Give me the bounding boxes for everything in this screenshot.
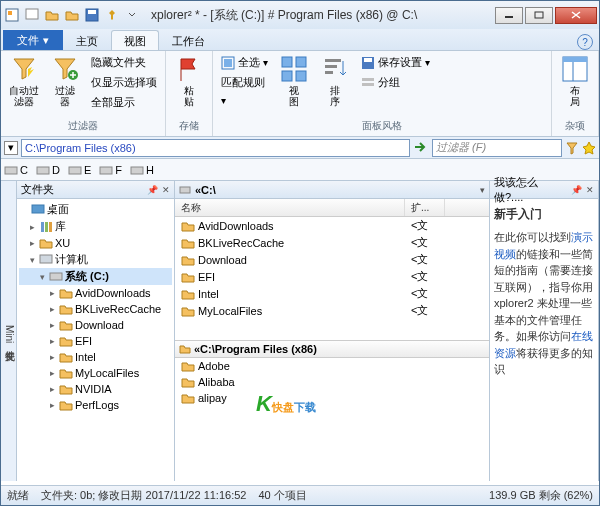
ribbon-group-clipboard: 粘 贴 存储 [166, 51, 213, 136]
drive-icon [99, 164, 113, 176]
list-row[interactable]: Adobe [175, 358, 489, 374]
tree-folder[interactable]: ▸BKLiveRecCache [19, 301, 172, 317]
list-row[interactable]: alipay [175, 390, 489, 406]
svg-rect-30 [41, 222, 44, 232]
folder-tree-pane: 文件夹 📌 ✕ 桌面 ▸库 ▸XU ▾计算机 ▾系统 (C:) ▸AvidDow… [17, 181, 175, 481]
pin-icon[interactable]: 📌 [147, 185, 158, 195]
list-row[interactable]: BKLiveRecCache<文 [175, 234, 489, 251]
top-list-rows[interactable]: AvidDownloads<文BKLiveRecCache<文Download<… [175, 217, 489, 340]
tree-desktop[interactable]: 桌面 [19, 201, 172, 218]
tree-folder[interactable]: ▸AvidDownloads [19, 285, 172, 301]
folder-icon [181, 359, 195, 373]
drive-h[interactable]: H [130, 164, 154, 176]
minimize-button[interactable] [495, 7, 523, 24]
svg-rect-11 [296, 57, 306, 67]
list-row[interactable]: Intel<文 [175, 285, 489, 302]
svg-rect-18 [364, 58, 372, 62]
filter-input[interactable]: 过滤器 (F) [432, 139, 562, 157]
qat-folder-icon[interactable] [63, 6, 81, 24]
tree-libraries[interactable]: ▸库 [19, 218, 172, 235]
options-icon[interactable]: ▾ [480, 185, 485, 195]
svg-rect-33 [40, 255, 52, 263]
svg-rect-27 [100, 167, 112, 174]
layout-button[interactable]: 布 局 [556, 53, 594, 109]
drive-icon [68, 164, 82, 176]
save-icon [361, 56, 375, 70]
list-row[interactable]: AvidDownloads<文 [175, 217, 489, 234]
folder-icon [59, 334, 73, 348]
qat-new-icon[interactable] [23, 6, 41, 24]
svg-rect-12 [282, 71, 292, 81]
drive-c[interactable]: C [4, 164, 28, 176]
ribbon-tabs: 文件 ▾ 主页 视图 工作台 ? [1, 29, 599, 51]
help-header: 我该怎么做?.... 📌 ✕ [490, 181, 598, 199]
tree-folder[interactable]: ▸PerfLogs [19, 397, 172, 413]
tab-file[interactable]: 文件 ▾ [3, 30, 63, 50]
filter-button[interactable]: 过滤 器 [46, 53, 84, 109]
tree-drive-c[interactable]: ▾系统 (C:) [19, 268, 172, 285]
qat-pin-icon[interactable] [103, 6, 121, 24]
maximize-button[interactable] [525, 7, 553, 24]
grid-icon [280, 55, 308, 83]
tab-workbench[interactable]: 工作台 [159, 30, 218, 50]
help-icon[interactable]: ? [577, 34, 593, 50]
app-icon[interactable] [3, 6, 21, 24]
tree-folder[interactable]: ▸NVIDIA [19, 381, 172, 397]
list-row[interactable]: MyLocalFiles<文 [175, 302, 489, 319]
show-all-button[interactable]: 全部显示 [87, 93, 161, 112]
mini-sidebar-tab[interactable]: Mini视文件夹 [1, 181, 17, 481]
ribbon-group-filters: 自动过 滤器 过滤 器 隐藏文件夹 仅显示选择项 全部显示 过滤器 [1, 51, 166, 136]
tree-folder[interactable]: ▸EFI [19, 333, 172, 349]
folder-icon [59, 382, 73, 396]
list-row[interactable]: Download<文 [175, 251, 489, 268]
close-pane-icon[interactable]: ✕ [162, 185, 170, 195]
status-disk: 139.9 GB 剩余 (62%) [489, 488, 593, 503]
qat-dropdown-icon[interactable] [123, 6, 141, 24]
tree-user[interactable]: ▸XU [19, 235, 172, 251]
column-ext[interactable]: 扩... [405, 199, 445, 216]
svg-rect-26 [69, 167, 81, 174]
column-name[interactable]: 名称 [175, 199, 405, 216]
close-button[interactable] [555, 7, 597, 24]
tree-body[interactable]: 桌面 ▸库 ▸XU ▾计算机 ▾系统 (C:) ▸AvidDownloads▸B… [17, 199, 174, 481]
pin-icon[interactable]: 📌 [571, 185, 582, 195]
qat-save-icon[interactable] [83, 6, 101, 24]
drive-e[interactable]: E [68, 164, 91, 176]
star-icon[interactable] [582, 141, 596, 155]
paste-button[interactable]: 粘 贴 [170, 53, 208, 109]
tree-folder[interactable]: ▸MyLocalFiles [19, 365, 172, 381]
address-input[interactable]: C:\Program Files (x86) [21, 139, 410, 157]
bottom-list-header[interactable]: «C:\Program Files (x86) [175, 340, 489, 358]
select-all-button[interactable]: 全选 ▾ [217, 53, 272, 72]
drive-f[interactable]: F [99, 164, 122, 176]
quick-access-toolbar [3, 6, 141, 24]
svg-rect-2 [26, 9, 38, 19]
drive-d[interactable]: D [36, 164, 60, 176]
bottom-list-rows[interactable]: AdobeAlibabaalipay [175, 358, 489, 481]
sort-button[interactable]: 排 序 [316, 53, 354, 109]
view-mode-button[interactable]: 视 图 [275, 53, 313, 109]
tab-home[interactable]: 主页 [63, 30, 111, 50]
close-pane-icon[interactable]: ✕ [586, 185, 594, 195]
hide-folders-button[interactable]: 隐藏文件夹 [87, 53, 161, 72]
address-dropdown[interactable]: ▾ [4, 141, 18, 155]
tree-folder[interactable]: ▸Intel [19, 349, 172, 365]
show-selection-button[interactable]: 仅显示选择项 [87, 73, 161, 92]
list-row[interactable]: EFI<文 [175, 268, 489, 285]
folder-icon [181, 391, 195, 405]
subgroup-button[interactable]: 分组 [357, 73, 434, 92]
qat-open-icon[interactable] [43, 6, 61, 24]
svg-rect-28 [131, 167, 143, 174]
list-row[interactable]: Alibaba [175, 374, 489, 390]
go-icon[interactable] [413, 140, 429, 156]
folder-icon [181, 219, 195, 233]
tree-computer[interactable]: ▾计算机 [19, 251, 172, 268]
funnel-icon[interactable] [565, 141, 579, 155]
tab-view[interactable]: 视图 [111, 30, 159, 50]
match-rules-button[interactable]: 匹配规则 [217, 73, 272, 92]
save-settings-button[interactable]: 保存设置 ▾ [357, 53, 434, 72]
tree-folder[interactable]: ▸Download [19, 317, 172, 333]
ribbon: 自动过 滤器 过滤 器 隐藏文件夹 仅显示选择项 全部显示 过滤器 粘 贴 存储 [1, 51, 599, 137]
funnel-plus-icon [51, 55, 79, 83]
auto-filter-button[interactable]: 自动过 滤器 [5, 53, 43, 109]
